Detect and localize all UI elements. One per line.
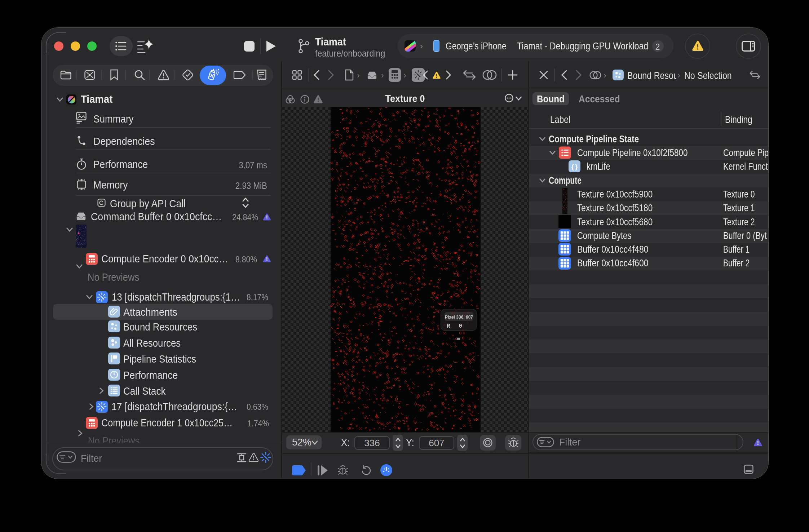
svg-text:{ }: { } [571,163,578,170]
